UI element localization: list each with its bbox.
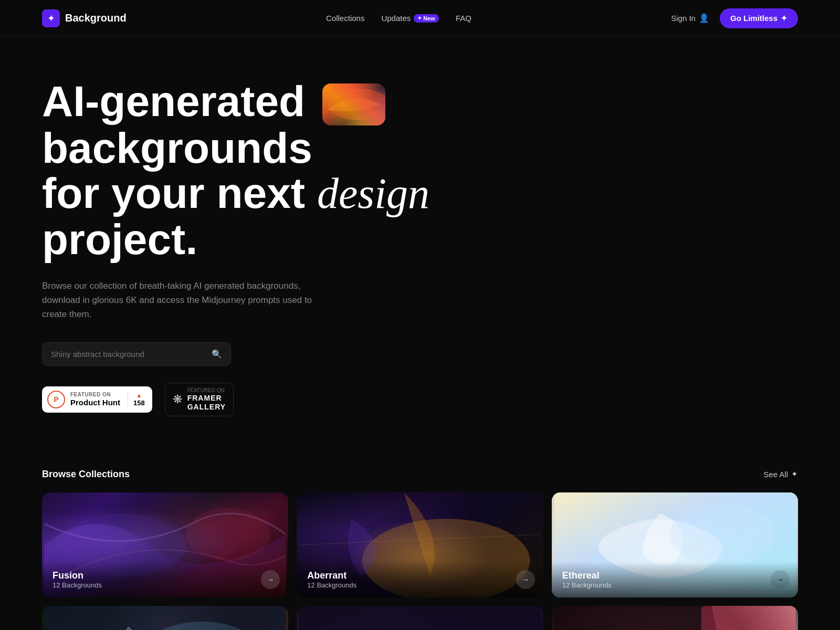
collection-card-ethereal[interactable]: Ethereal 12 Backgrounds → bbox=[552, 492, 798, 597]
hero-image-decoration bbox=[322, 83, 385, 125]
user-icon: 👤 bbox=[699, 13, 709, 23]
nav-actions: Sign In 👤 Go Limitless ✦ bbox=[671, 8, 798, 28]
collection-card-5[interactable]: Collection 5 12 Backgrounds → bbox=[297, 606, 543, 630]
framer-featured-label: Featured on bbox=[187, 387, 226, 394]
search-icon: 🔍 bbox=[212, 349, 222, 359]
framer-icon: ❋ bbox=[173, 393, 182, 406]
hero-section: AI-generated backgrounds for your next d… bbox=[0, 37, 578, 448]
collections-section: Browse Collections See All ✦ bbox=[0, 448, 840, 630]
badges-row: P FEATURED ON Product Hunt ▲ 158 ❋ Featu… bbox=[42, 383, 536, 416]
limitless-icon: ✦ bbox=[781, 14, 788, 23]
ph-name: Product Hunt bbox=[70, 398, 120, 407]
card-arrow-aberrant[interactable]: → bbox=[516, 570, 535, 589]
logo[interactable]: ✦ Background bbox=[42, 9, 127, 27]
sign-in-button[interactable]: Sign In 👤 bbox=[671, 13, 709, 23]
logo-text: Background bbox=[65, 12, 127, 24]
ph-arrow-icon: ▲ bbox=[136, 392, 142, 399]
card-count-fusion: 12 Backgrounds bbox=[52, 581, 278, 589]
card-arrow-ethereal[interactable]: → bbox=[771, 570, 790, 589]
card-info-fusion: Fusion 12 Backgrounds bbox=[42, 562, 288, 597]
hero-subtitle: Browse our collection of breath-taking A… bbox=[42, 279, 336, 322]
collection-card-fusion[interactable]: Fusion 12 Backgrounds → bbox=[42, 492, 288, 597]
card-count-ethereal: 12 Backgrounds bbox=[562, 581, 788, 589]
card-bottom2-bg bbox=[297, 606, 543, 630]
card-count-aberrant: 12 Backgrounds bbox=[307, 581, 532, 589]
svg-point-2 bbox=[186, 508, 270, 561]
collections-title: Browse Collections bbox=[42, 469, 130, 480]
collection-card-aberrant[interactable]: Aberrant 12 Backgrounds → bbox=[297, 492, 543, 597]
ph-count: ▲ 158 bbox=[128, 392, 145, 407]
see-all-icon: ✦ bbox=[791, 469, 798, 479]
card-info-ethereal: Ethereal 12 Backgrounds bbox=[552, 562, 798, 597]
collections-grid: Fusion 12 Backgrounds → bbox=[42, 492, 798, 630]
logo-icon: ✦ bbox=[42, 9, 60, 27]
ph-featured-label: FEATURED ON bbox=[70, 392, 120, 398]
svg-point-6 bbox=[669, 503, 774, 566]
card-bottom1-bg bbox=[42, 606, 288, 630]
card-arrow-fusion[interactable]: → bbox=[261, 570, 280, 589]
card-bottom3-bg bbox=[552, 606, 798, 630]
svg-rect-11 bbox=[299, 606, 541, 630]
search-bar: 🔍 bbox=[42, 342, 231, 366]
see-all-button[interactable]: See All ✦ bbox=[763, 469, 798, 479]
svg-point-0 bbox=[328, 89, 385, 120]
framer-name: FRAMERGALLERY bbox=[187, 394, 226, 412]
collection-card-4[interactable]: Collection 4 12 Backgrounds → bbox=[42, 606, 288, 630]
card-name-fusion: Fusion bbox=[52, 570, 278, 581]
nav-links: Collections Updates ✦ New FAQ bbox=[326, 14, 471, 23]
hero-title: AI-generated backgrounds for your next d… bbox=[42, 79, 536, 262]
collections-header: Browse Collections See All ✦ bbox=[42, 469, 798, 480]
navbar: ✦ Background Collections Updates ✦ New F… bbox=[0, 0, 840, 37]
collection-card-6[interactable]: Collection 6 12 Backgrounds → bbox=[552, 606, 798, 630]
nav-updates[interactable]: Updates ✦ New bbox=[381, 14, 439, 23]
go-limitless-button[interactable]: Go Limitless ✦ bbox=[720, 8, 798, 28]
framer-badge[interactable]: ❋ Featured on FRAMERGALLERY bbox=[165, 383, 234, 416]
card-name-aberrant: Aberrant bbox=[307, 570, 532, 581]
nav-faq[interactable]: FAQ bbox=[456, 14, 471, 23]
search-input[interactable] bbox=[51, 350, 212, 359]
product-hunt-badge[interactable]: P FEATURED ON Product Hunt ▲ 158 bbox=[42, 386, 152, 413]
nav-collections[interactable]: Collections bbox=[326, 14, 364, 23]
card-info-aberrant: Aberrant 12 Backgrounds bbox=[297, 562, 543, 597]
updates-badge: ✦ New bbox=[414, 14, 439, 23]
svg-rect-7 bbox=[45, 606, 286, 630]
ph-logo: P bbox=[47, 391, 65, 408]
card-name-ethereal: Ethereal bbox=[562, 570, 788, 581]
